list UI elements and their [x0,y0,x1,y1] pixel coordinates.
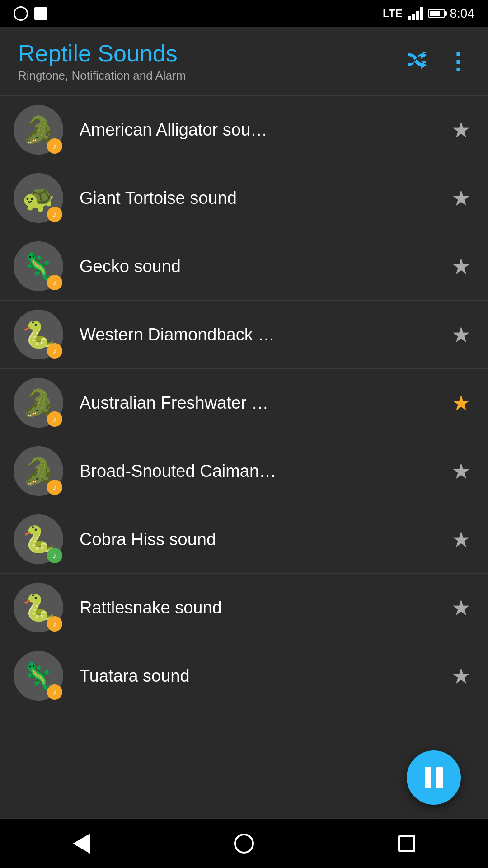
home-circle-icon [234,834,254,854]
star-icon: ★ [451,663,471,689]
sound-name: Australian Freshwater … [80,393,447,413]
time-display: 8:04 [450,6,475,21]
music-badge-icon: ♪ [47,548,62,563]
recents-button[interactable] [389,826,425,862]
favorite-button[interactable]: ★ [447,184,474,212]
sound-item[interactable]: 🐍 ♪ Cobra Hiss sound ★ [0,505,488,574]
music-badge-icon: ♪ [47,684,62,700]
sound-name: Gecko sound [80,257,447,276]
avatar-wrap: 🐊 ♪ [14,105,63,155]
sound-name: Giant Tortoise sound [80,189,447,208]
sound-item[interactable]: 🐊 ♪ Broad-Snouted Caiman… ★ [0,437,488,505]
star-icon: ★ [451,254,471,279]
favorite-button[interactable]: ★ [447,389,474,416]
sound-name: American Alligator sou… [80,120,447,140]
favorite-button[interactable]: ★ [447,526,474,553]
avatar-wrap: 🦎 ♪ [14,651,63,701]
recents-square-icon [398,835,415,852]
status-bar-left [14,6,47,21]
avatar-wrap: 🦎 ♪ [14,241,63,291]
favorite-button[interactable]: ★ [447,594,474,621]
sound-name: Western Diamondback … [80,325,447,344]
back-triangle-icon [73,834,90,854]
music-badge-icon: ♪ [47,616,62,632]
more-menu-icon[interactable]: ⋮ [446,48,470,75]
favorite-button[interactable]: ★ [447,253,474,280]
battery-icon [428,9,445,18]
home-button[interactable] [226,826,262,862]
sd-icon [34,7,47,20]
avatar-wrap: 🐊 ♪ [14,446,63,496]
favorite-button[interactable]: ★ [447,662,474,689]
back-button[interactable] [63,826,99,862]
music-badge-icon: ♪ [47,411,62,427]
music-badge-icon: ♪ [47,480,62,495]
avatar-wrap: 🐊 ♪ [14,378,63,428]
circle-status-icon [14,6,28,21]
pause-symbol [425,767,443,788]
shuffle-icon[interactable] [407,49,430,74]
favorite-button[interactable]: ★ [447,458,474,485]
app-header-right: ⋮ [407,48,470,75]
avatar-wrap: 🐍 ♪ [14,514,63,564]
avatar-wrap: 🐢 ♪ [14,173,63,223]
app-subtitle: Ringtone, Notification and Alarm [18,69,186,83]
sound-list: 🐊 ♪ American Alligator sou… ★ 🐢 ♪ Giant … [0,96,488,818]
avatar-wrap: 🐍 ♪ [14,310,63,359]
music-badge-icon: ♪ [47,275,62,290]
status-bar-right: LTE 8:04 [383,6,474,21]
sound-item[interactable]: 🦎 ♪ Tuatara sound ★ [0,642,488,710]
star-icon: ★ [451,390,471,415]
sound-name: Tuatara sound [80,666,447,686]
sound-item[interactable]: 🐊 ♪ Australian Freshwater … ★ [0,369,488,437]
sound-item[interactable]: 🦎 ♪ Gecko sound ★ [0,232,488,301]
favorite-button[interactable]: ★ [447,116,474,143]
star-icon: ★ [451,322,471,347]
sound-item[interactable]: 🐍 ♪ Western Diamondback … ★ [0,301,488,369]
music-badge-icon: ♪ [47,343,62,359]
star-icon: ★ [451,527,471,552]
app-header-left: Reptile Sounds Ringtone, Notification an… [18,40,186,83]
app-header: Reptile Sounds Ringtone, Notification an… [0,27,488,96]
sound-item[interactable]: 🐊 ♪ American Alligator sou… ★ [0,96,488,164]
app-title: Reptile Sounds [18,40,186,67]
star-icon: ★ [451,185,471,211]
sound-item[interactable]: 🐍 ♪ Rattlesnake sound ★ [0,574,488,642]
fab-pause-button[interactable] [407,750,461,805]
star-icon: ★ [451,595,471,620]
sound-name: Broad-Snouted Caiman… [80,462,447,481]
lte-label: LTE [383,7,403,20]
signal-icon [408,7,423,20]
bottom-nav [0,818,488,868]
music-badge-icon: ♪ [47,138,62,154]
star-icon: ★ [451,458,471,484]
sound-name: Cobra Hiss sound [80,530,447,549]
status-bar: LTE 8:04 [0,0,488,27]
music-badge-icon: ♪ [47,207,62,222]
sound-item[interactable]: 🐢 ♪ Giant Tortoise sound ★ [0,164,488,232]
star-icon: ★ [451,117,471,142]
sound-name: Rattlesnake sound [80,598,447,618]
avatar-wrap: 🐍 ♪ [14,583,63,632]
favorite-button[interactable]: ★ [447,321,474,348]
